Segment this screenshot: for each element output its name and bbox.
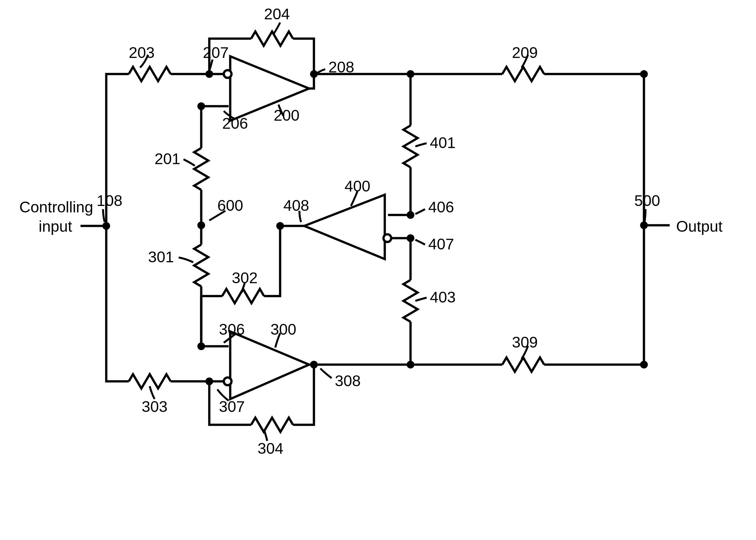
- controlling-input-label-line2: input: [39, 219, 72, 234]
- ref-400: 400: [345, 179, 370, 194]
- output-label: Output: [676, 219, 722, 234]
- ref-204: 204: [264, 6, 290, 22]
- ref-303: 303: [142, 399, 167, 415]
- ref-408: 408: [283, 198, 309, 213]
- ref-600: 600: [217, 198, 243, 213]
- ref-309: 309: [512, 335, 538, 350]
- ref-403: 403: [430, 290, 456, 305]
- svg-point-17: [224, 377, 231, 385]
- ref-304: 304: [257, 441, 283, 456]
- ref-407: 407: [428, 236, 454, 252]
- ref-302: 302: [232, 270, 257, 286]
- ref-108: 108: [96, 193, 122, 208]
- ref-206: 206: [222, 116, 248, 131]
- ref-308: 308: [335, 373, 361, 389]
- ref-200: 200: [274, 108, 299, 123]
- ref-207: 207: [203, 45, 228, 61]
- ref-301: 301: [148, 249, 174, 265]
- ref-406: 406: [428, 200, 454, 215]
- ref-203: 203: [129, 45, 155, 61]
- ref-401: 401: [430, 135, 456, 151]
- ref-500: 500: [634, 193, 660, 208]
- ref-208: 208: [328, 60, 354, 75]
- ref-306: 306: [219, 322, 245, 337]
- schematic-diagram: Controlling input Output 108 200 201 203…: [0, 0, 756, 540]
- ref-307: 307: [219, 399, 245, 415]
- ref-300: 300: [270, 322, 296, 337]
- ref-201: 201: [155, 151, 180, 167]
- ref-209: 209: [512, 45, 538, 61]
- controlling-input-label-line1: Controlling: [19, 200, 93, 215]
- svg-point-18: [383, 234, 391, 242]
- schematic-svg: [0, 0, 756, 540]
- svg-point-16: [224, 70, 231, 78]
